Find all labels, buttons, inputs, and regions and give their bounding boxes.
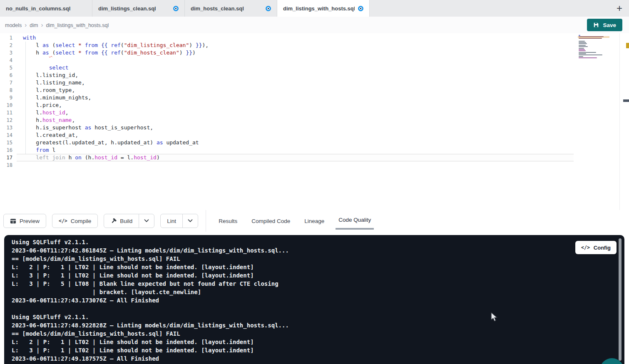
lint-button[interactable]: Lint — [160, 214, 198, 228]
save-button[interactable]: Save — [587, 19, 622, 31]
minimap-line — [579, 57, 597, 58]
code-icon: </> — [581, 245, 590, 250]
terminal-scrollbar[interactable] — [619, 238, 622, 361]
lint-dropdown-button[interactable] — [182, 214, 198, 228]
minimap-line — [579, 38, 602, 39]
code-line[interactable]: l.created_at, — [17, 131, 574, 139]
overview-ruler-cursor-marker — [623, 99, 629, 102]
terminal-panel: Using SQLFluff v2.1.1.2023-06-06T11:27:4… — [4, 235, 624, 364]
compile-button[interactable]: </>Compile — [52, 214, 98, 228]
code-line[interactable]: with — [17, 34, 574, 42]
chevron-separator-icon: › — [41, 21, 43, 28]
minimap[interactable] — [579, 35, 609, 62]
result-tab-compiled-code[interactable]: Compiled Code — [251, 210, 290, 232]
result-tab-code-quality[interactable]: Code Quality — [338, 210, 371, 232]
chevron-down-icon — [144, 219, 149, 223]
save-button-label: Save — [603, 22, 616, 28]
line-number: 3 — [0, 49, 12, 57]
line-number: 2 — [0, 42, 12, 49]
result-tab-label: Compiled Code — [251, 218, 290, 224]
minimap-line — [579, 46, 588, 47]
code-line[interactable]: l as (select * from {{ ref("dim_listings… — [17, 42, 574, 49]
line-number: 16 — [0, 146, 12, 154]
terminal-line: 2023-06-06T11:27:48.922828Z — Linting mo… — [12, 321, 624, 329]
code-line[interactable]: l.listing_id, — [17, 72, 574, 79]
line-number: 4 — [0, 57, 12, 64]
terminal-line: 2023-06-06T11:27:49.187575Z — All Finish… — [12, 354, 624, 363]
plus-icon: + — [617, 2, 622, 14]
code-line[interactable]: from l — [17, 146, 574, 154]
config-button-label: Config — [594, 245, 611, 251]
line-number: 17 — [0, 154, 12, 161]
breadcrumb-item[interactable]: dim_listings_with_hosts.sql — [46, 22, 109, 28]
minimap-line — [579, 54, 602, 55]
result-tab-results[interactable]: Results — [219, 210, 237, 232]
line-number: 15 — [0, 139, 12, 146]
line-number: 14 — [0, 131, 12, 139]
chevron-down-icon — [188, 219, 193, 223]
code-line[interactable]: h.is_superhost as host_is_superhost, — [17, 124, 574, 131]
line-number: 9 — [0, 94, 12, 102]
minimap-line — [579, 41, 585, 42]
config-button[interactable]: </> Config — [575, 241, 617, 254]
file-tab[interactable]: dim_listings_with_hosts.sql — [277, 0, 370, 17]
preview-button[interactable]: Preview — [3, 214, 46, 228]
code-line[interactable]: l.minimum_nights, — [17, 94, 574, 102]
line-number: 18 — [0, 161, 12, 169]
terminal-line: 2023-06-06T11:27:42.861845Z — Linting mo… — [12, 246, 624, 255]
terminal-output: Using SQLFluff v2.1.1.2023-06-06T11:27:4… — [12, 238, 624, 363]
file-tab[interactable]: no_nulls_in_columns.sql — [0, 0, 92, 17]
build-dropdown-button[interactable] — [139, 214, 154, 228]
terminal-line: == [models/dim/dim_listings_with_hosts.s… — [12, 329, 624, 338]
code-line[interactable]: h as (select * from {{ ref("dim_hosts_cl… — [17, 49, 574, 57]
line-number: 12 — [0, 116, 12, 124]
terminal-line: Using SQLFluff v2.1.1. — [12, 313, 624, 321]
build-button-label: Build — [120, 218, 132, 224]
file-tab-label: dim_listings_with_hosts.sql — [283, 5, 355, 12]
file-tab-label: dim_hosts_clean.sql — [191, 5, 244, 12]
breadcrumb-item[interactable]: dim — [30, 22, 38, 28]
file-tab[interactable]: dim_hosts_clean.sql — [185, 0, 277, 17]
terminal-line: L: 3 | P: 5 | LT08 | Blank line expected… — [12, 280, 624, 288]
lint-button-label: Lint — [167, 218, 176, 224]
new-tab-button[interactable]: + — [612, 0, 627, 17]
build-button[interactable]: Build — [104, 214, 154, 228]
minimap-line — [579, 42, 586, 43]
file-tabbar: no_nulls_in_columns.sqldim_listings_clea… — [0, 0, 629, 17]
code-line[interactable]: l.room_type, — [17, 87, 574, 94]
code-line[interactable]: l.listing_name, — [17, 79, 574, 87]
breadcrumb-bar: models›dim›dim_listings_with_hosts.sql S… — [0, 17, 629, 33]
result-tab-lineage[interactable]: Lineage — [304, 210, 324, 232]
terminal-line: 2023-06-06T11:27:43.173076Z — All Finish… — [12, 296, 624, 305]
result-tabs: ResultsCompiled CodeLineageCode Quality — [219, 210, 371, 232]
terminal-line: L: 2 | P: 1 | LT02 | Line should not be … — [12, 263, 624, 271]
minimap-line — [579, 56, 583, 57]
code-area[interactable]: with l as (select * from {{ ref("dim_lis… — [17, 34, 574, 169]
code-line[interactable]: left join h on (h.host_id = l.host_id) — [17, 154, 574, 161]
code-line[interactable]: l.host_id, — [17, 109, 574, 116]
unsaved-dot-icon — [266, 6, 271, 11]
line-number: 5 — [0, 64, 12, 72]
result-tab-label: Lineage — [304, 218, 324, 224]
terminal-line: L: 3 | P: 1 | LT02 | Line should not be … — [12, 346, 624, 354]
file-tab-label: dim_listings_clean.sql — [98, 5, 156, 12]
code-line[interactable]: select — [17, 64, 574, 72]
code-line[interactable] — [17, 161, 574, 169]
code-line[interactable]: h.host_name, — [17, 116, 574, 124]
overview-ruler-warning-marker — [626, 43, 629, 48]
code-editor[interactable]: 123456789101112131415161718 with l as (s… — [0, 33, 629, 210]
minimap-line — [579, 52, 596, 53]
terminal-line: == [models/dim/dim_listings_with_hosts.s… — [12, 255, 624, 263]
file-tab[interactable]: dim_listings_clean.sql — [92, 0, 185, 17]
line-number: 10 — [0, 102, 12, 109]
mouse-cursor — [490, 312, 498, 323]
line-number: 8 — [0, 87, 12, 94]
breadcrumb-item[interactable]: models — [5, 22, 22, 28]
code-line[interactable]: l.price, — [17, 102, 574, 109]
code-line[interactable] — [17, 57, 574, 64]
minimap-line — [579, 50, 586, 51]
line-number: 7 — [0, 79, 12, 87]
compile-button-label: Compile — [71, 218, 92, 224]
unsaved-dot-icon — [173, 6, 179, 11]
code-line[interactable]: greatest(l.updated_at, h.updated_at) as … — [17, 139, 574, 146]
